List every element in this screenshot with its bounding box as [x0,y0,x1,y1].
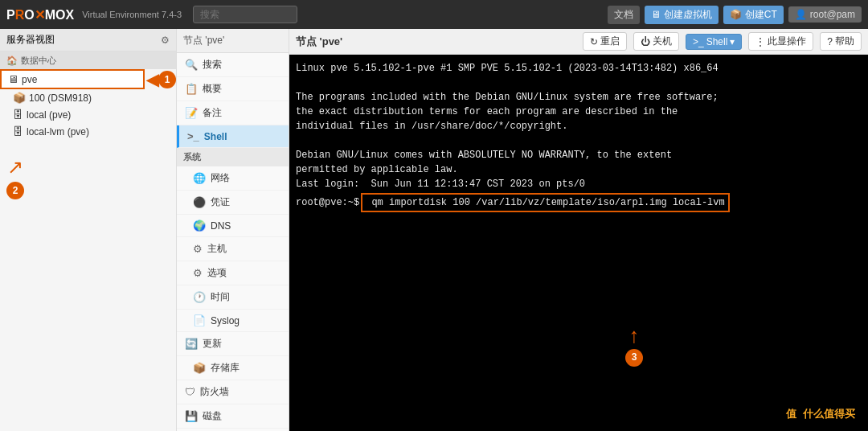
create-ct-button[interactable]: 📦 创建CT [723,6,784,24]
middle-panel: 节点 'pve' 🔍 搜索 📋 概要 📝 备注 >_ Shell 系统 🌐 网络… [177,29,289,431]
content-title: 节点 'pve' [296,35,576,49]
sidebar-title: 服务器视图 [6,33,55,47]
storage-icon: 🗄 [13,109,23,121]
docs-button[interactable]: 文档 [608,6,640,24]
middle-time[interactable]: 🕐 时间 [177,285,289,310]
content-area: 节点 'pve' ↻ 重启 ⏻ 关机 >_ Shell ▾ ⋮ 此显操作 ? 帮… [289,29,868,431]
middle-cert[interactable]: ⚫ 凭证 [177,191,289,215]
vm-icon: 📦 [13,92,26,104]
node-header: 节点 'pve' [177,29,289,53]
user-button[interactable]: 👤 root@pam [788,6,862,23]
logo: PRO✕MOX [6,7,74,23]
terminal-line-9: Last login: Sun Jun 11 12:13:47 CST 2023… [296,177,862,191]
local-lvm-label: local-lvm (pve) [27,126,170,138]
sidebar-item-local[interactable]: 🗄 local (pve) [0,106,176,123]
terminal-line-2 [296,76,862,90]
dns-icon: 🌍 [193,220,206,232]
reboot-button[interactable]: ↻ 重启 [583,32,627,51]
more-icon: ⋮ [755,36,765,47]
sidebar-item-dsm918[interactable]: 📦 100 (DSM918) [0,89,176,106]
version-label: Virtual Environment 7.4-3 [82,10,182,19]
terminal-line-1: Linux pve 5.15.102-1-pve #1 SMP PVE 5.15… [296,61,862,76]
gear-icon[interactable]: ⚙ [161,35,170,46]
pve-icon: 🖥 [8,73,18,85]
search-icon: 🔍 [185,59,198,71]
middle-dns[interactable]: 🌍 DNS [177,215,289,237]
shutdown-icon: ⏻ [641,36,650,47]
hosts-icon: ⚙ [193,243,203,255]
topbar: PRO✕MOX Virtual Environment 7.4-3 文档 🖥 创… [0,0,868,29]
arrow-3-icon: ↑ [628,325,641,349]
middle-network[interactable]: 🌐 网络 [177,166,289,191]
dsm918-label: 100 (DSM918) [29,92,170,104]
terminal-line-6 [296,133,862,148]
middle-disks[interactable]: 💾 磁盘 [177,404,289,429]
summary-icon: 📋 [185,83,198,95]
local-label: local (pve) [27,109,170,121]
syslog-icon: 📄 [193,314,206,326]
content-header: 节点 'pve' ↻ 重启 ⏻ 关机 >_ Shell ▾ ⋮ 此显操作 ? 帮… [289,29,868,55]
shell-dropdown-icon: >_ [693,36,704,47]
disks-icon: 💾 [185,410,198,422]
logo-proxmox: PRO✕MOX [6,7,74,23]
system-section: 系统 [177,148,289,166]
watermark-text: 值 什么值得买 [786,408,855,421]
help-button[interactable]: ? 帮助 [820,32,862,51]
updates-icon: 🔄 [185,338,198,350]
terminal-line-4: the exact distribution terms for each pr… [296,105,862,119]
terminal-line-3: The programs included with the Debian GN… [296,90,862,105]
middle-firewall[interactable]: 🛡 防火墙 [177,380,289,404]
terminal-line-7: Debian GNU/Linux comes with ABSOLUTELY N… [296,148,862,162]
sidebar: 服务器视图 ⚙ 🏠 数据中心 🖥 pve ◀ 1 📦 100 (DSM918) [0,29,177,431]
sidebar-item-pve[interactable]: 🖥 pve [0,69,145,89]
terminal-prompt: root@pve:~$ [296,195,359,210]
sidebar-tree: 🖥 pve ◀ 1 📦 100 (DSM918) 🗄 local (pve) 🗄… [0,69,176,431]
help-icon: ? [827,36,833,47]
main-layout: 服务器视图 ⚙ 🏠 数据中心 🖥 pve ◀ 1 📦 100 (DSM918) [0,29,868,431]
sidebar-header: 服务器视图 ⚙ [0,29,176,51]
annotation-2-container: ↗ 2 [0,140,176,199]
middle-syslog[interactable]: 📄 Syslog [177,310,289,332]
pve-label: pve [22,74,137,85]
datacenter-section: 🏠 数据中心 [0,51,176,69]
reboot-icon: ↻ [590,36,598,47]
search-input[interactable] [193,6,297,23]
notes-icon: 📝 [185,107,198,119]
repos-icon: 📦 [193,362,206,374]
middle-updates[interactable]: 🔄 更新 [177,332,289,356]
annotation-2: 2 [6,182,24,199]
terminal-line-5: individual files in /usr/share/doc/*/cop… [296,119,862,133]
terminal[interactable]: Linux pve 5.15.102-1-pve #1 SMP PVE 5.15… [289,55,868,431]
middle-notes[interactable]: 📝 备注 [177,101,289,125]
options-icon: ⚙ [193,267,203,279]
middle-hosts[interactable]: ⚙ 主机 [177,237,289,261]
middle-options[interactable]: ⚙ 选项 [177,261,289,285]
arrow-2-icon: ↗ [7,156,23,179]
create-vm-button[interactable]: 🖥 创建虚拟机 [645,6,719,24]
terminal-command: qm importdisk 100 /var/lib/vz/template/i… [361,193,729,212]
more-button[interactable]: ⋮ 此显操作 [748,32,813,51]
middle-search[interactable]: 🔍 搜索 [177,53,289,77]
chevron-down-icon: ▾ [730,36,735,47]
terminal-command-line: root@pve:~$ qm importdisk 100 /var/lib/v… [296,193,862,212]
cert-icon: ⚫ [193,196,206,208]
annotation-3-container: ↑ 3 [625,325,643,367]
network-icon: 🌐 [193,172,206,184]
shell-button[interactable]: >_ Shell ▾ [686,34,742,50]
terminal-line-8: permitted by applicable law. [296,162,862,177]
annotation-3: 3 [625,349,643,367]
time-icon: 🕐 [193,291,206,303]
watermark: 值 什么值得买 [780,404,862,425]
shell-icon: >_ [187,130,199,142]
arrow-1: ◀ [146,70,158,89]
firewall-icon: 🛡 [185,386,195,398]
middle-summary[interactable]: 📋 概要 [177,77,289,101]
shutdown-button[interactable]: ⏻ 关机 [633,32,679,51]
lvm-icon: 🗄 [13,125,23,138]
sidebar-item-local-lvm[interactable]: 🗄 local-lvm (pve) [0,123,176,140]
middle-shell[interactable]: >_ Shell [177,125,289,148]
annotation-1: 1 [158,71,176,88]
middle-repos[interactable]: 📦 存储库 [177,356,289,380]
